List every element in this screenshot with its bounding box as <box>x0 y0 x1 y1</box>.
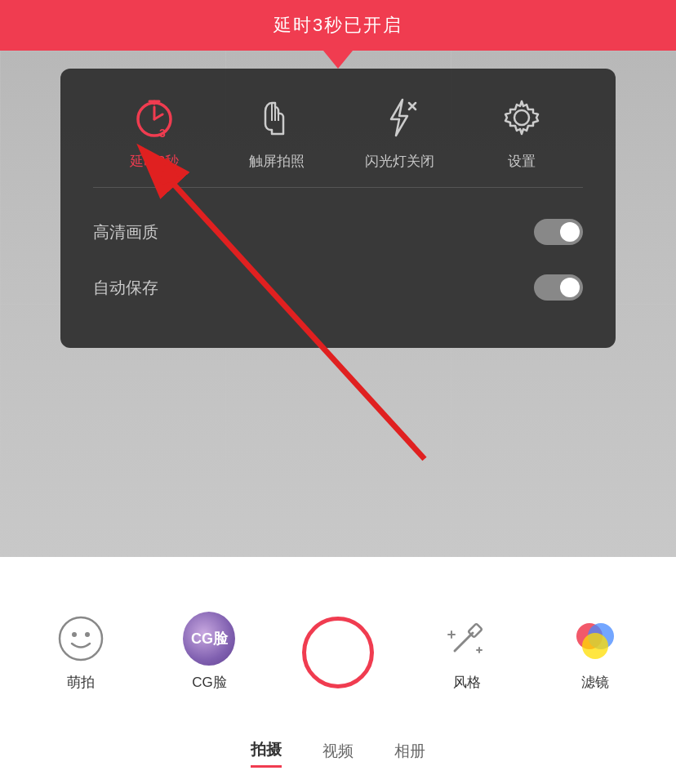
svg-line-16 <box>455 633 473 651</box>
menu-item-touch[interactable]: 触屏拍照 <box>216 93 338 171</box>
menu-item-settings-label: 设置 <box>508 152 536 171</box>
setting-row-autosave: 自动保存 <box>93 260 583 315</box>
menu-item-touch-label: 触屏拍照 <box>249 152 305 171</box>
shutter-button[interactable] <box>302 617 374 688</box>
svg-point-24 <box>582 633 608 659</box>
menu-item-settings[interactable]: 设置 <box>460 93 583 171</box>
control-filter-label: 滤镜 <box>581 673 609 692</box>
control-cgface-label: CG脸 <box>192 673 227 692</box>
menu-item-timer-label: 延时3秒 <box>130 152 179 171</box>
tab-photo[interactable]: 拍摄 <box>251 739 282 768</box>
menu-item-flash[interactable]: 闪光灯关闭 <box>338 93 460 171</box>
setting-label-hd: 高清画质 <box>93 221 158 243</box>
control-style-label: 风格 <box>453 673 481 692</box>
setting-label-autosave: 自动保存 <box>93 277 158 299</box>
timer-icon: 3 <box>130 93 179 142</box>
camera-viewfinder: 3 延时3秒 触屏拍照 <box>0 51 676 557</box>
control-shutter[interactable] <box>274 617 402 688</box>
mode-tabs: 拍摄 视频 相册 <box>251 739 425 784</box>
face-smiley-icon <box>55 612 107 665</box>
control-mengpai-label: 萌拍 <box>67 673 95 692</box>
flash-icon <box>375 93 424 142</box>
filter-icon <box>569 612 621 665</box>
cgface-icon: CG脸 <box>183 612 235 665</box>
style-icon <box>441 612 493 665</box>
panel-divider <box>93 187 583 188</box>
toggle-autosave[interactable] <box>534 274 583 301</box>
tab-album[interactable]: 相册 <box>394 741 425 767</box>
control-filter[interactable]: 滤镜 <box>531 612 660 692</box>
svg-point-13 <box>60 617 102 660</box>
camera-controls: 萌拍 CG脸 CG脸 <box>0 557 676 739</box>
toggle-hd[interactable] <box>534 219 583 245</box>
control-cgface[interactable]: CG脸 CG脸 <box>145 612 274 692</box>
menu-item-timer[interactable]: 3 延时3秒 <box>93 93 216 171</box>
menu-item-flash-label: 闪光灯关闭 <box>365 152 434 171</box>
svg-marker-6 <box>391 100 407 136</box>
gear-icon <box>497 93 546 142</box>
setting-row-hd: 高清画质 <box>93 204 583 260</box>
bottom-toolbar: 萌拍 CG脸 CG脸 <box>0 557 676 784</box>
top-header: 延时3秒已开启 <box>0 0 676 51</box>
svg-text:3: 3 <box>159 127 166 140</box>
svg-point-9 <box>514 110 529 125</box>
control-mengpai[interactable]: 萌拍 <box>16 612 145 692</box>
svg-point-15 <box>85 632 90 637</box>
cgface-badge: CG脸 <box>183 612 235 666</box>
tab-video[interactable]: 视频 <box>322 741 354 767</box>
svg-point-14 <box>72 632 77 637</box>
touch-icon <box>252 93 301 142</box>
menu-icons-row: 3 延时3秒 触屏拍照 <box>93 93 583 171</box>
header-title: 延时3秒已开启 <box>274 13 402 38</box>
dropdown-panel: 3 延时3秒 触屏拍照 <box>60 69 616 348</box>
control-style[interactable]: 风格 <box>402 612 531 692</box>
dropdown-triangle <box>323 51 353 69</box>
